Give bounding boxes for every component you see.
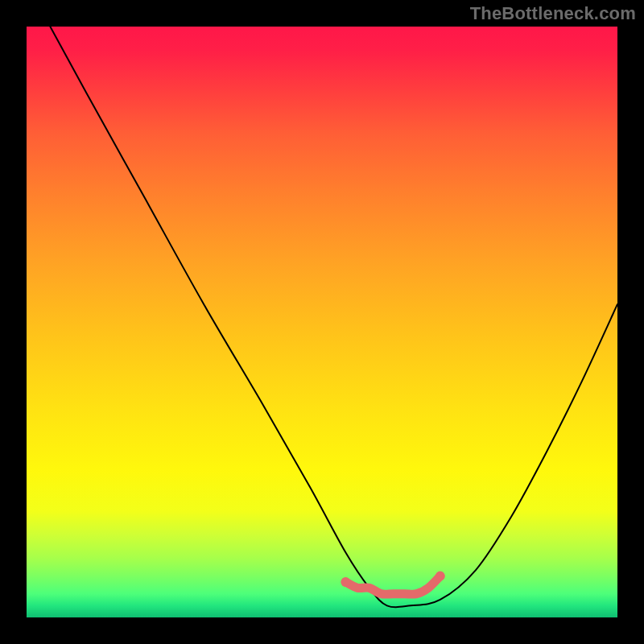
bottleneck-curve-path [50,27,617,607]
chart-svg [27,27,617,617]
chart-frame: TheBottleneck.com [0,0,644,644]
watermark-text: TheBottleneck.com [470,3,636,24]
plot-area [27,27,617,617]
optimal-range-start-dot [341,577,350,587]
optimal-range-path [345,576,440,595]
optimal-range-end-dot [436,572,445,581]
